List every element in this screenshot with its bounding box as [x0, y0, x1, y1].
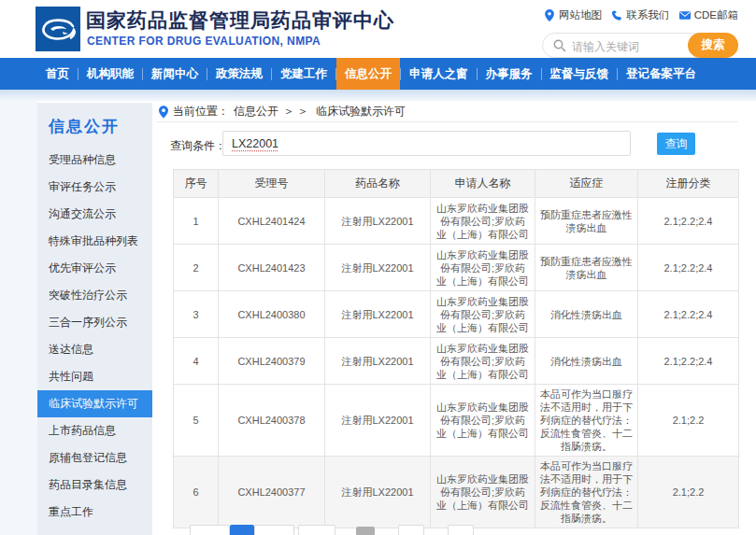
table-row: 5CXHL2400378注射用LX22001山东罗欣药业集团股份有限公司;罗欣药…	[174, 385, 739, 457]
table-cell: 预防重症患者应激性溃疡出血	[535, 245, 638, 291]
sidebar-item[interactable]: 上市药品信息	[37, 417, 152, 444]
table-cell: 本品可作为当口服疗法不适用时，用于下列病症的替代疗法：反流性食管炎、十二指肠溃疡…	[535, 385, 638, 457]
column-header: 受理号	[219, 170, 325, 198]
query-input-value: LX22001	[232, 137, 278, 150]
table-cell: 山东罗欣药业集团股份有限公司;罗欣药业（上海）有限公司	[431, 385, 535, 457]
table-cell: 山东罗欣药业集团股份有限公司;罗欣药业（上海）有限公司	[431, 198, 535, 245]
table-cell: 山东罗欣药业集团股份有限公司;罗欣药业（上海）有限公司	[431, 245, 535, 291]
table-header-row: 序号受理号药品名称申请人名称适应症注册分类	[174, 170, 739, 198]
table-cell: 山东罗欣药业集团股份有限公司;罗欣药业（上海）有限公司	[431, 291, 535, 338]
table-cell: 2.1;2.2;2.4	[638, 198, 739, 245]
location-pin-icon	[159, 106, 168, 119]
table-row: 1CXHL2401424注射用LX22001山东罗欣药业集团股份有限公司;罗欣药…	[174, 198, 739, 245]
breadcrumb-separator: ＞＞	[283, 104, 311, 120]
table-row: 4CXHL2400379注射用LX22001山东罗欣药业集团股份有限公司;罗欣药…	[174, 338, 739, 385]
column-header: 注册分类	[638, 170, 739, 198]
sidebar-item[interactable]: 原辅包登记信息	[37, 444, 152, 472]
table-cell: 注射用LX22001	[325, 245, 431, 291]
table-cell: 注射用LX22001	[325, 338, 431, 385]
contact-us-link[interactable]: 联系我们	[611, 8, 669, 22]
nav-item-1[interactable]: 首页	[37, 58, 78, 90]
cde-mail-link[interactable]: CDE邮箱	[679, 8, 738, 22]
table-cell: CXHL2401424	[219, 198, 325, 245]
results-table: 序号受理号药品名称申请人名称适应症注册分类 1CXHL2401424注射用LX2…	[173, 169, 739, 528]
sidebar-item[interactable]: 三合一序列公示	[37, 309, 152, 336]
pagination-total-info	[356, 527, 375, 535]
table-cell: 2.1;2.2;2.4	[638, 291, 739, 338]
search-icon	[553, 39, 566, 52]
pagination-prev-button[interactable]	[190, 525, 230, 535]
left-background-strip	[0, 101, 37, 535]
nav-item-4[interactable]: 政策法规	[207, 58, 271, 90]
sidebar-item[interactable]: 重点工作	[37, 499, 152, 526]
table-row: 3CXHL2400380注射用LX22001山东罗欣药业集团股份有限公司;罗欣药…	[174, 291, 739, 338]
table-cell: 1	[174, 198, 219, 245]
swallow-logo-icon	[36, 7, 80, 51]
search-button[interactable]: 搜索	[688, 33, 738, 58]
sidebar-item[interactable]: 受理品种信息	[37, 147, 152, 174]
nav-item-7[interactable]: 申请人之窗	[401, 58, 477, 90]
pagination-current-page[interactable]	[230, 525, 254, 535]
sitemap-link[interactable]: 网站地图	[544, 8, 602, 22]
nav-item-3[interactable]: 新闻中心	[143, 58, 207, 90]
nav-item-8[interactable]: 办事服务	[478, 58, 541, 90]
column-header: 药品名称	[325, 170, 431, 198]
sidebar-item[interactable]: 特殊审批品种列表	[37, 228, 152, 255]
sidebar-item[interactable]: 优先审评公示	[37, 255, 152, 282]
breadcrumb-current: 临床试验默示许可	[316, 104, 406, 120]
table-cell: 注射用LX22001	[325, 291, 431, 338]
table-cell: CXHL2400379	[219, 338, 325, 385]
table-cell: 注射用LX22001	[325, 198, 431, 245]
nav-item-10[interactable]: 登记备案平台	[618, 58, 705, 90]
query-condition-input[interactable]: LX22001	[222, 131, 631, 156]
breadcrumb-divider	[157, 121, 738, 122]
table-cell: CXHL2400380	[219, 291, 325, 338]
column-header: 适应症	[535, 170, 638, 198]
sidebar-menu: 受理品种信息审评任务公示沟通交流公示特殊审批品种列表优先审评公示突破性治疗公示三…	[37, 147, 152, 526]
breadcrumb: 当前位置：信息公开 ＞＞ 临床试验默示许可	[159, 104, 406, 120]
sidebar-item[interactable]: 临床试验默示许可	[37, 390, 152, 417]
table-cell: 消化性溃疡出血	[535, 291, 638, 338]
nav-item-2[interactable]: 机构职能	[78, 58, 142, 90]
breadcrumb-section[interactable]: 信息公开	[234, 104, 278, 120]
pagination-last-button[interactable]	[298, 525, 335, 535]
table-cell: 2.1;2.2;2.4	[638, 245, 739, 291]
sidebar: 信息公开 受理品种信息审评任务公示沟通交流公示特殊审批品种列表优先审评公示突破性…	[37, 103, 152, 535]
sidebar-item[interactable]: 突破性治疗公示	[37, 282, 152, 309]
table-cell: CXHL2401423	[219, 245, 325, 291]
site-title: 国家药品监督管理局药品审评中心	[86, 7, 394, 34]
nav-item-9[interactable]: 监督与反馈	[542, 58, 618, 90]
main-nav: 首页机构职能新闻中心政策法规党建工作信息公开申请人之窗办事服务监督与反馈登记备案…	[0, 58, 756, 90]
table-cell: 山东罗欣药业集团股份有限公司;罗欣药业（上海）有限公司	[431, 457, 535, 528]
envelope-icon	[679, 9, 691, 21]
sidebar-item[interactable]: 药品目录集信息	[37, 472, 152, 499]
sidebar-item[interactable]: 共性问题	[37, 363, 152, 390]
table-cell: 预防重症患者应激性溃疡出血	[535, 198, 638, 245]
cde-logo	[36, 7, 80, 51]
sidebar-item[interactable]: 沟通交流公示	[37, 201, 152, 228]
table-row: 6CXHL2400377注射用LX22001山东罗欣药业集团股份有限公司;罗欣药…	[174, 457, 739, 528]
table-cell: 消化性溃疡出血	[535, 338, 638, 385]
header-quick-links: 网站地图 联系我们 CDE邮箱	[544, 8, 738, 22]
cde-mail-link-label: CDE邮箱	[694, 8, 738, 22]
pagination-page-jump-input[interactable]	[398, 525, 424, 535]
contact-us-link-label: 联系我们	[626, 8, 669, 22]
sidebar-item[interactable]: 审评任务公示	[37, 174, 152, 201]
table-cell: 注射用LX22001	[325, 385, 431, 457]
table-cell: 3	[174, 291, 219, 338]
table-cell: 本品可作为当口服疗法不适用时，用于下列病症的替代疗法：反流性食管炎、十二指肠溃疡…	[535, 457, 638, 528]
nav-item-5[interactable]: 党建工作	[272, 58, 335, 90]
table-cell: 山东罗欣药业集团股份有限公司;罗欣药业（上海）有限公司	[431, 338, 535, 385]
column-header: 申请人名称	[431, 170, 535, 198]
query-button[interactable]: 查询	[657, 133, 695, 155]
pagination-confirm-button[interactable]	[448, 525, 474, 535]
pagination-next-button[interactable]	[254, 525, 294, 535]
table-cell: 2.1;2.2;2.4	[638, 338, 739, 385]
nav-item-6[interactable]: 信息公开	[336, 58, 400, 90]
table-cell: 2.1;2.2	[638, 457, 739, 528]
site-header: 国家药品监督管理局药品审评中心 CENTER FOR DRUG EVALUATI…	[0, 0, 756, 58]
phone-icon	[611, 9, 622, 21]
sidebar-item[interactable]: 送达信息	[37, 336, 152, 363]
query-condition-label: 查询条件：	[170, 138, 226, 154]
search-placeholder: 请输入关键词	[572, 39, 639, 55]
